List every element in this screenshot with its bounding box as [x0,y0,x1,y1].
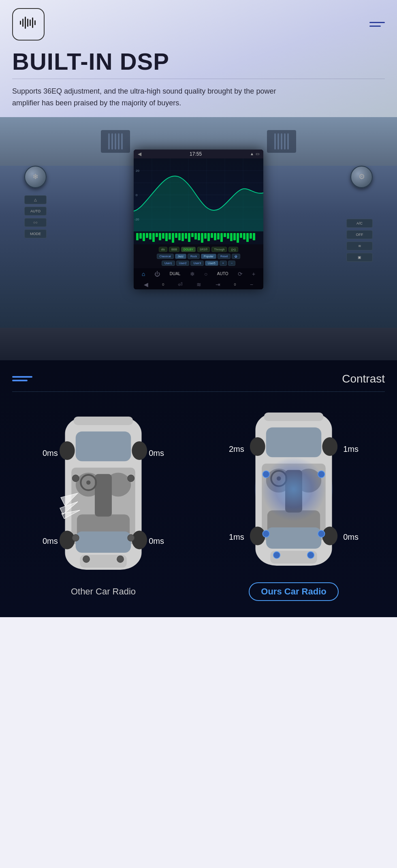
eq-bar [250,233,252,239]
rock-button[interactable]: Rock [188,254,200,259]
eq-bar [143,233,145,241]
other-car-label-container: Other Car Radio [71,586,136,597]
right-vent [267,130,296,153]
menu-button[interactable] [369,22,385,27]
svg-rect-4 [30,19,31,26]
contrast-divider [12,391,385,392]
vent-slot [284,133,286,150]
svg-point-67 [307,552,314,558]
vent-slot [277,133,279,150]
svg-rect-22 [76,432,131,462]
power-button[interactable]: ⏻ [232,254,240,259]
svg-point-62 [263,471,269,478]
eq-bar [201,233,203,243]
eq-bar [224,233,226,237]
engine-icon[interactable]: ○ [204,271,207,277]
right-side-buttons: A/C OFF ≋ ▣ [346,219,373,262]
auto-button[interactable]: AUTO [24,207,47,216]
zero2-label: 0 [234,282,236,286]
left-fan-knob[interactable]: ❄ [24,166,47,188]
wind-icon[interactable]: ≋ [196,281,201,288]
recirculate-button[interactable]: ○○ [24,218,47,227]
audio-toggle-button[interactable]: ((•)) [228,247,238,252]
eq-bar [198,233,200,240]
vent-slot [115,133,116,150]
svg-rect-3 [27,19,28,27]
svg-point-57 [250,526,265,545]
contrast-lines-icon [12,376,32,381]
popular-button[interactable]: Popular [201,254,216,259]
home-icon[interactable]: ⌂ [142,271,145,277]
classical-button[interactable]: Classical [157,254,174,259]
svg-rect-34 [95,474,112,517]
through-button[interactable]: Through [211,247,227,252]
svg-point-61 [277,476,281,481]
eq-bar [240,233,242,238]
svg-rect-29 [74,417,133,425]
ours-car-label[interactable]: Ours Car Radio [249,582,338,601]
rear-button[interactable]: ▣ [346,253,373,262]
other-car-item: 0ms 0ms 0ms 0ms Other Car Radio [12,408,194,597]
svg-rect-27 [76,531,131,553]
user2-button[interactable]: User2 [176,261,190,266]
right-controls: ⚙ A/C OFF ≋ ▣ [346,166,373,262]
off-button[interactable]: OFF [346,230,373,239]
user3-button[interactable]: User3 [190,261,204,266]
user5-button[interactable]: User5 [205,261,218,266]
vent-slot [274,133,276,150]
reset-button[interactable]: Reset [218,254,231,259]
eq-chart: 20 0 -20 [134,158,263,231]
eq-bar [243,233,245,239]
vent-slot [118,133,120,150]
jazz-button[interactable]: Jazz [175,254,186,259]
eq-bar [237,233,239,243]
left-side-buttons: △ AUTO ○○ MODE [24,195,47,238]
svg-point-39 [72,534,79,541]
wind2-icon[interactable]: ⇥ [216,281,220,288]
vent-slot [287,133,289,150]
svg-rect-1 [22,19,23,27]
ac-button[interactable]: A/C [346,219,373,228]
eq-bar [233,233,236,240]
eq-bar [175,233,177,238]
eq-bar [172,233,174,243]
ours-car-item: 2ms 1ms 1ms 0ms Ours Car Radio [203,404,385,601]
defrost-button[interactable]: ≋ [346,242,373,250]
vol-down-icon[interactable]: − [250,281,253,288]
add-button[interactable]: + [220,261,227,266]
mode-button[interactable]: MODE [24,229,47,238]
page-header [0,0,397,45]
back-nav-icon[interactable]: ◀ [144,281,148,288]
svg-point-58 [322,526,337,545]
eq-bar [169,233,171,239]
power-icon[interactable]: ⏻ [154,271,160,277]
eq-bar [211,233,213,238]
vol-up-icon[interactable]: + [252,271,255,277]
user1-button[interactable]: User1 [162,261,175,266]
svg-rect-6 [34,20,36,25]
svg-text:-20: -20 [134,218,139,221]
eq-bar [162,233,164,239]
title-divider [12,79,385,79]
svg-point-30 [60,441,75,460]
minus-button[interactable]: − [228,261,235,266]
sync-icon[interactable]: ⟳ [238,271,243,277]
dolby-button[interactable]: DOLBY [181,247,196,252]
hazard-button[interactable]: △ [24,195,47,204]
svg-text:20: 20 [136,169,139,173]
line-1 [12,376,32,378]
right-temp-knob[interactable]: ⚙ [350,166,373,188]
fan-icon[interactable]: ⏎ [178,281,183,288]
snowflake-icon[interactable]: ❄ [190,271,195,277]
eq-bar [246,233,249,242]
other-car-label: Other Car Radio [71,586,136,596]
eq-format-row: dts BBB DOLBY SRS® Through ((•)) [136,247,261,252]
back-arrow-icon[interactable]: ◀ [138,151,141,157]
srs-button[interactable]: SRS® [197,247,210,252]
dts-button[interactable]: dts [159,247,167,252]
vent-slot [121,133,123,150]
bbb-button[interactable]: BBB [169,247,179,252]
title-section: BUILT-IN DSP Supports 36EQ adjustment, a… [0,45,397,117]
battery-icon: ▭ [256,152,259,156]
zero-label: 0 [162,282,164,286]
